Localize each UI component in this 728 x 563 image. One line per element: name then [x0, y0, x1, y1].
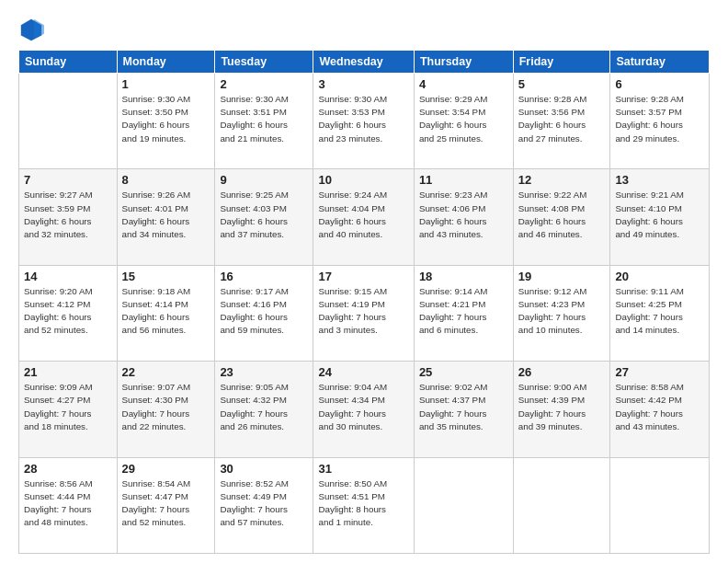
day-info: Sunrise: 9:30 AMSunset: 3:50 PMDaylight:…	[122, 93, 210, 145]
day-info: Sunrise: 9:05 AMSunset: 4:32 PMDaylight:…	[220, 381, 308, 433]
day-info: Sunrise: 9:28 AMSunset: 3:57 PMDaylight:…	[615, 93, 704, 145]
day-number: 10	[318, 173, 408, 187]
calendar-cell: 18Sunrise: 9:14 AMSunset: 4:21 PMDayligh…	[414, 265, 513, 361]
day-info: Sunrise: 9:17 AMSunset: 4:16 PMDaylight:…	[220, 285, 308, 338]
day-number: 3	[318, 77, 408, 91]
calendar-cell: 15Sunrise: 9:18 AMSunset: 4:14 PMDayligh…	[117, 265, 215, 361]
day-number: 5	[518, 77, 606, 91]
calendar-cell: 9Sunrise: 9:25 AMSunset: 4:03 PMDaylight…	[215, 169, 313, 265]
day-info: Sunrise: 9:20 AMSunset: 4:12 PMDaylight:…	[24, 285, 112, 338]
calendar-cell: 24Sunrise: 9:04 AMSunset: 4:34 PMDayligh…	[313, 362, 414, 457]
calendar-cell	[19, 74, 118, 169]
day-info: Sunrise: 8:50 AMSunset: 4:51 PMDaylight:…	[318, 477, 408, 530]
day-info: Sunrise: 8:56 AMSunset: 4:44 PMDaylight:…	[24, 477, 112, 530]
calendar-cell: 10Sunrise: 9:24 AMSunset: 4:04 PMDayligh…	[313, 169, 414, 265]
day-info: Sunrise: 9:12 AMSunset: 4:23 PMDaylight:…	[518, 285, 606, 338]
day-number: 31	[318, 462, 408, 476]
day-info: Sunrise: 9:09 AMSunset: 4:27 PMDaylight:…	[24, 381, 112, 433]
day-info: Sunrise: 9:22 AMSunset: 4:08 PMDaylight:…	[518, 189, 606, 241]
calendar-cell	[414, 457, 513, 553]
day-info: Sunrise: 9:29 AMSunset: 3:54 PMDaylight:…	[419, 93, 508, 145]
calendar-header-row: SundayMondayTuesdayWednesdayThursdayFrid…	[19, 51, 710, 74]
calendar-header-friday: Friday	[513, 51, 610, 74]
calendar-cell: 8Sunrise: 9:26 AMSunset: 4:01 PMDaylight…	[117, 169, 215, 265]
day-number: 26	[518, 365, 606, 379]
day-info: Sunrise: 9:00 AMSunset: 4:39 PMDaylight:…	[518, 381, 606, 433]
calendar-cell: 31Sunrise: 8:50 AMSunset: 4:51 PMDayligh…	[313, 457, 414, 553]
calendar-cell: 11Sunrise: 9:23 AMSunset: 4:06 PMDayligh…	[414, 169, 513, 265]
day-number: 17	[318, 270, 408, 283]
calendar-cell: 5Sunrise: 9:28 AMSunset: 3:56 PMDaylight…	[513, 74, 610, 169]
day-info: Sunrise: 9:23 AMSunset: 4:06 PMDaylight:…	[419, 189, 508, 241]
day-number: 19	[518, 270, 606, 283]
calendar-cell	[610, 457, 710, 553]
day-number: 24	[318, 365, 408, 379]
day-info: Sunrise: 9:15 AMSunset: 4:19 PMDaylight:…	[318, 285, 408, 338]
header	[18, 17, 710, 42]
calendar-cell: 28Sunrise: 8:56 AMSunset: 4:44 PMDayligh…	[19, 457, 118, 553]
day-info: Sunrise: 9:25 AMSunset: 4:03 PMDaylight:…	[220, 189, 308, 241]
day-number: 23	[220, 365, 308, 379]
day-number: 9	[220, 173, 308, 187]
day-number: 20	[615, 270, 704, 283]
svg-marker-1	[34, 19, 44, 39]
day-number: 15	[122, 270, 210, 283]
day-number: 22	[122, 365, 210, 379]
calendar-cell: 19Sunrise: 9:12 AMSunset: 4:23 PMDayligh…	[513, 265, 610, 361]
day-info: Sunrise: 8:58 AMSunset: 4:42 PMDaylight:…	[615, 381, 704, 433]
calendar-week-4: 21Sunrise: 9:09 AMSunset: 4:27 PMDayligh…	[19, 362, 710, 457]
calendar-cell: 21Sunrise: 9:09 AMSunset: 4:27 PMDayligh…	[19, 362, 118, 457]
day-number: 14	[24, 270, 112, 283]
day-number: 12	[518, 173, 606, 187]
calendar-cell: 12Sunrise: 9:22 AMSunset: 4:08 PMDayligh…	[513, 169, 610, 265]
day-info: Sunrise: 8:54 AMSunset: 4:47 PMDaylight:…	[122, 477, 210, 530]
day-info: Sunrise: 9:28 AMSunset: 3:56 PMDaylight:…	[518, 93, 606, 145]
day-number: 16	[220, 270, 308, 283]
calendar-cell: 23Sunrise: 9:05 AMSunset: 4:32 PMDayligh…	[215, 362, 313, 457]
calendar-header-wednesday: Wednesday	[313, 51, 414, 74]
day-info: Sunrise: 9:26 AMSunset: 4:01 PMDaylight:…	[122, 189, 210, 241]
day-info: Sunrise: 8:52 AMSunset: 4:49 PMDaylight:…	[220, 477, 308, 530]
calendar-header-monday: Monday	[117, 51, 215, 74]
day-info: Sunrise: 9:02 AMSunset: 4:37 PMDaylight:…	[419, 381, 508, 433]
calendar-week-1: 1Sunrise: 9:30 AMSunset: 3:50 PMDaylight…	[19, 74, 710, 169]
day-number: 4	[419, 77, 508, 91]
calendar-cell: 30Sunrise: 8:52 AMSunset: 4:49 PMDayligh…	[215, 457, 313, 553]
calendar-header-saturday: Saturday	[610, 51, 710, 74]
day-number: 11	[419, 173, 508, 187]
day-info: Sunrise: 9:04 AMSunset: 4:34 PMDaylight:…	[318, 381, 408, 433]
calendar-cell: 25Sunrise: 9:02 AMSunset: 4:37 PMDayligh…	[414, 362, 513, 457]
calendar-cell: 4Sunrise: 9:29 AMSunset: 3:54 PMDaylight…	[414, 74, 513, 169]
day-number: 25	[419, 365, 508, 379]
day-info: Sunrise: 9:07 AMSunset: 4:30 PMDaylight:…	[122, 381, 210, 433]
calendar-cell: 3Sunrise: 9:30 AMSunset: 3:53 PMDaylight…	[313, 74, 414, 169]
day-number: 8	[122, 173, 210, 187]
day-info: Sunrise: 9:14 AMSunset: 4:21 PMDaylight:…	[419, 285, 508, 338]
calendar-cell: 20Sunrise: 9:11 AMSunset: 4:25 PMDayligh…	[610, 265, 710, 361]
day-number: 29	[122, 462, 210, 476]
day-info: Sunrise: 9:27 AMSunset: 3:59 PMDaylight:…	[24, 189, 112, 241]
calendar-cell: 13Sunrise: 9:21 AMSunset: 4:10 PMDayligh…	[610, 169, 710, 265]
calendar-cell: 16Sunrise: 9:17 AMSunset: 4:16 PMDayligh…	[215, 265, 313, 361]
day-number: 6	[615, 77, 704, 91]
day-info: Sunrise: 9:24 AMSunset: 4:04 PMDaylight:…	[318, 189, 408, 241]
calendar-week-2: 7Sunrise: 9:27 AMSunset: 3:59 PMDaylight…	[19, 169, 710, 265]
page: SundayMondayTuesdayWednesdayThursdayFrid…	[0, 0, 728, 563]
day-number: 1	[122, 77, 210, 91]
logo-icon	[18, 17, 44, 42]
day-info: Sunrise: 9:18 AMSunset: 4:14 PMDaylight:…	[122, 285, 210, 338]
calendar-cell	[513, 457, 610, 553]
day-number: 28	[24, 462, 112, 476]
day-info: Sunrise: 9:30 AMSunset: 3:51 PMDaylight:…	[220, 93, 308, 145]
calendar-cell: 26Sunrise: 9:00 AMSunset: 4:39 PMDayligh…	[513, 362, 610, 457]
calendar-cell: 17Sunrise: 9:15 AMSunset: 4:19 PMDayligh…	[313, 265, 414, 361]
calendar-cell: 2Sunrise: 9:30 AMSunset: 3:51 PMDaylight…	[215, 74, 313, 169]
day-info: Sunrise: 9:21 AMSunset: 4:10 PMDaylight:…	[615, 189, 704, 241]
logo	[18, 17, 48, 42]
calendar-week-3: 14Sunrise: 9:20 AMSunset: 4:12 PMDayligh…	[19, 265, 710, 361]
calendar-header-sunday: Sunday	[19, 51, 118, 74]
calendar-cell: 1Sunrise: 9:30 AMSunset: 3:50 PMDaylight…	[117, 74, 215, 169]
calendar-header-thursday: Thursday	[414, 51, 513, 74]
calendar-cell: 29Sunrise: 8:54 AMSunset: 4:47 PMDayligh…	[117, 457, 215, 553]
calendar-cell: 27Sunrise: 8:58 AMSunset: 4:42 PMDayligh…	[610, 362, 710, 457]
